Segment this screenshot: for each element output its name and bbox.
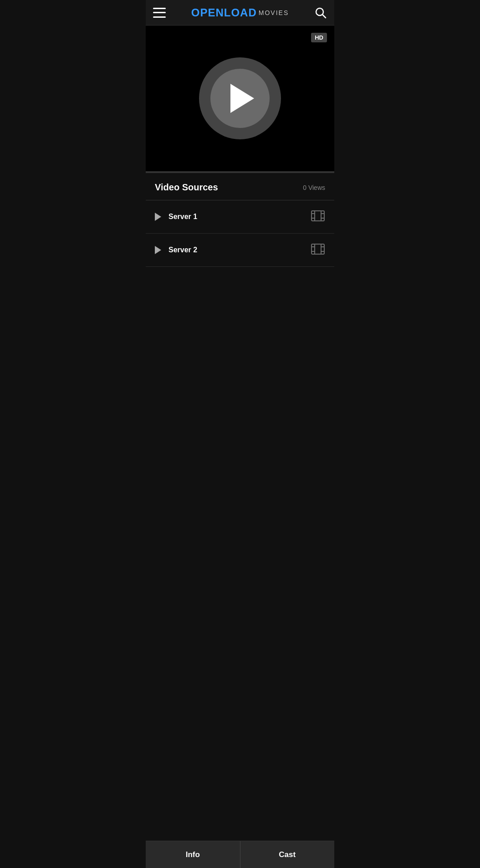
play-button[interactable] — [199, 57, 281, 139]
play-triangle-icon — [230, 84, 254, 113]
video-player: HD — [146, 26, 334, 171]
menu-icon[interactable] — [153, 8, 166, 18]
server-2-name: Server 2 — [169, 246, 311, 254]
svg-point-0 — [316, 8, 323, 15]
app-header: OPENL OAD MOVIES — [146, 0, 334, 26]
server-list: Server 1 Server 2 — [146, 200, 334, 267]
logo-text-movies: MOVIES — [259, 9, 289, 16]
logo-text-load: OAD — [231, 6, 256, 19]
server-2-play-icon — [155, 246, 161, 254]
content-area — [146, 267, 334, 841]
svg-line-1 — [323, 15, 326, 18]
cast-tab[interactable]: Cast — [240, 841, 335, 868]
server-item-1[interactable]: Server 1 — [146, 200, 334, 234]
play-button-inner — [210, 69, 270, 128]
search-icon[interactable] — [314, 6, 327, 19]
video-progress-bar[interactable] — [146, 171, 334, 173]
info-tab[interactable]: Info — [146, 841, 240, 868]
svg-rect-9 — [311, 244, 324, 254]
server-1-film-icon — [311, 209, 325, 225]
hd-badge: HD — [311, 33, 327, 42]
server-2-film-icon — [311, 242, 325, 258]
svg-rect-2 — [311, 211, 324, 221]
video-sources-header: Video Sources 0 Views — [146, 173, 334, 200]
server-item-2[interactable]: Server 2 — [146, 234, 334, 267]
video-sources-views: 0 Views — [303, 184, 325, 191]
server-1-play-icon — [155, 213, 161, 221]
video-sources-title: Video Sources — [155, 182, 218, 193]
logo-text-open: OPENL — [191, 6, 231, 19]
app-logo: OPENL OAD MOVIES — [191, 6, 289, 19]
server-1-name: Server 1 — [169, 213, 311, 221]
bottom-tabs: Info Cast — [146, 841, 334, 868]
